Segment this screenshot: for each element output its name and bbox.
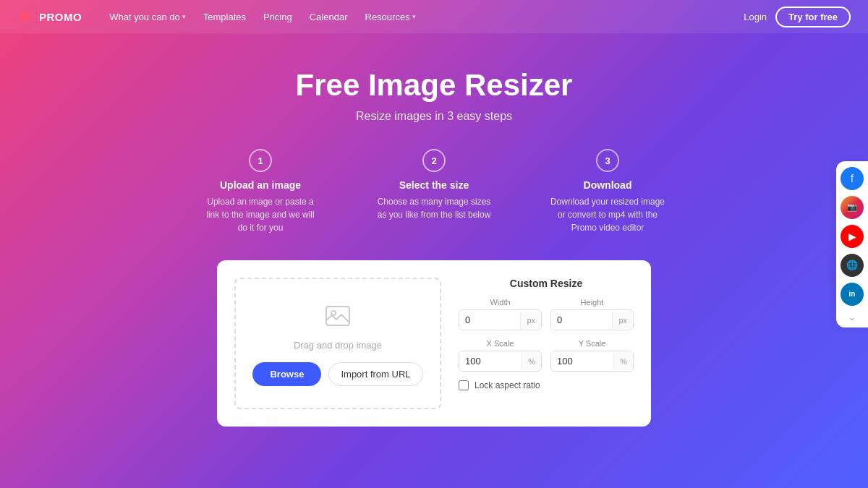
step-1-title: Upload an image xyxy=(203,179,318,191)
height-label: Height xyxy=(550,298,634,307)
social-web-icon[interactable]: 🌐 xyxy=(841,254,864,277)
upload-actions: Browse Import from URL xyxy=(252,362,422,386)
xscale-input-wrap: % xyxy=(459,351,542,372)
step-1-desc: Upload an image or paste a link to the i… xyxy=(203,195,318,234)
upload-zone[interactable]: Drag and drop image Browse Import from U… xyxy=(234,278,441,409)
yscale-input-wrap: % xyxy=(550,351,634,372)
step-2-title: Select the size xyxy=(376,179,492,191)
lock-aspect-row: Lock aspect ratio xyxy=(459,380,634,390)
step-1-circle: 1 xyxy=(249,149,272,172)
height-unit: px xyxy=(612,312,633,329)
height-input[interactable] xyxy=(551,310,612,330)
promo-logo-icon xyxy=(17,8,35,25)
step-2-desc: Choose as many image sizes as you like f… xyxy=(376,195,492,221)
xscale-field: X Scale % xyxy=(459,339,542,372)
social-instagram-icon[interactable]: 📷 xyxy=(841,196,864,219)
hero-title: Free Image Resizer xyxy=(14,68,854,103)
social-youtube-icon[interactable]: ▶ xyxy=(841,225,864,248)
social-linkedin-icon[interactable]: in xyxy=(841,283,864,306)
login-button[interactable]: Login xyxy=(744,12,767,22)
social-chevron-down-icon[interactable]: ⌄ xyxy=(848,312,856,322)
yscale-input[interactable] xyxy=(551,351,613,371)
lock-aspect-checkbox[interactable] xyxy=(459,380,469,390)
browse-button[interactable]: Browse xyxy=(252,362,321,386)
nav-resources[interactable]: Resources ▾ xyxy=(358,9,423,25)
image-upload-icon xyxy=(323,301,352,333)
hero-content: Free Image Resizer Resize images in 3 ea… xyxy=(0,33,868,427)
xscale-unit: % xyxy=(522,353,541,370)
width-label: Width xyxy=(459,298,542,307)
step-2-circle: 2 xyxy=(422,149,446,172)
nav-calendar[interactable]: Calendar xyxy=(302,9,355,25)
height-field: Height px xyxy=(550,298,634,330)
nav-actions: Login Try for free xyxy=(744,7,851,27)
lock-aspect-label: Lock aspect ratio xyxy=(475,380,540,390)
tool-card: Drag and drop image Browse Import from U… xyxy=(217,260,651,427)
step-3-desc: Download your resized image or convert t… xyxy=(550,195,665,234)
width-input[interactable] xyxy=(459,310,520,330)
step-3: 3 Download Download your resized image o… xyxy=(550,149,665,234)
custom-resize-panel: Custom Resize Width px Height px xyxy=(459,278,634,409)
hero-subtitle: Resize images in 3 easy steps xyxy=(14,110,854,123)
width-unit: px xyxy=(520,312,541,329)
svg-marker-0 xyxy=(21,10,33,23)
social-sidebar: f 📷 ▶ 🌐 in ⌄ xyxy=(836,161,868,328)
nav-what-you-can-do[interactable]: What you can do ▾ xyxy=(102,9,193,25)
chevron-down-icon: ▾ xyxy=(412,13,416,20)
nav-links: What you can do ▾ Templates Pricing Cale… xyxy=(102,9,744,25)
svg-rect-1 xyxy=(326,307,349,325)
hero-section: Free Image Resizer Resize images in 3 ea… xyxy=(0,0,868,488)
nav-templates[interactable]: Templates xyxy=(196,9,253,25)
custom-resize-title: Custom Resize xyxy=(459,278,634,289)
logo[interactable]: PROMO xyxy=(17,8,82,25)
nav-pricing[interactable]: Pricing xyxy=(256,9,299,25)
drag-drop-text: Drag and drop image xyxy=(294,340,382,351)
logo-text: PROMO xyxy=(39,11,82,23)
yscale-unit: % xyxy=(613,353,633,370)
try-free-button[interactable]: Try for free xyxy=(775,7,851,27)
steps-container: 1 Upload an image Upload an image or pas… xyxy=(14,149,854,234)
width-input-wrap: px xyxy=(459,309,542,330)
width-height-row: Width px Height px xyxy=(459,298,634,330)
xscale-label: X Scale xyxy=(459,339,542,348)
yscale-label: Y Scale xyxy=(550,339,634,348)
yscale-field: Y Scale % xyxy=(550,339,634,372)
xscale-input[interactable] xyxy=(459,351,522,371)
width-field: Width px xyxy=(459,298,542,330)
chevron-down-icon: ▾ xyxy=(182,13,186,20)
step-3-circle: 3 xyxy=(596,149,619,172)
step-3-title: Download xyxy=(550,179,665,191)
scale-row: X Scale % Y Scale % xyxy=(459,339,634,372)
social-facebook-icon[interactable]: f xyxy=(841,167,864,190)
step-1: 1 Upload an image Upload an image or pas… xyxy=(203,149,318,234)
height-input-wrap: px xyxy=(550,309,634,330)
import-url-button[interactable]: Import from URL xyxy=(328,362,422,386)
navbar: PROMO What you can do ▾ Templates Pricin… xyxy=(0,0,868,33)
step-2: 2 Select the size Choose as many image s… xyxy=(376,149,492,234)
